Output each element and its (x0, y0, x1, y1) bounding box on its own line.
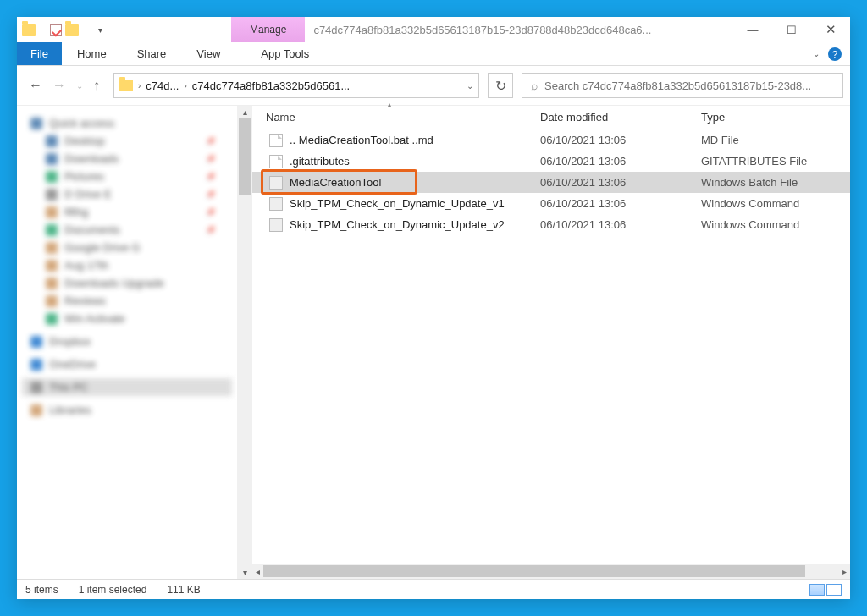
folder-icon (46, 313, 58, 325)
folder-icon (30, 118, 42, 129)
home-tab[interactable]: Home (62, 42, 122, 65)
folder-icon (46, 153, 58, 165)
folder-icon (46, 260, 58, 272)
titlebar: ▾ Manage c74dc774a8fb81a332b5d65613187b1… (17, 17, 850, 42)
sidebar-item[interactable]: Dropbox (22, 333, 232, 350)
details-view-button[interactable] (809, 584, 825, 596)
help-icon[interactable]: ? (828, 47, 842, 61)
up-button[interactable]: ↑ (93, 78, 100, 93)
address-bar[interactable]: › c74d... › c74dc774a8fb81a332b5d6561...… (113, 73, 479, 98)
scroll-right-icon[interactable]: ▸ (839, 567, 850, 576)
sidebar-item[interactable]: Downloads📌 (22, 150, 232, 168)
share-tab[interactable]: Share (122, 42, 182, 65)
sidebar-item[interactable]: This PC (22, 378, 232, 396)
address-dropdown-icon[interactable]: ⌄ (467, 81, 473, 91)
ribbon-expand-icon[interactable]: ⌄ (813, 49, 820, 58)
sidebar-scrollbar[interactable]: ▴ ▾ (237, 106, 252, 579)
file-tab[interactable]: File (17, 42, 62, 65)
file-icon (269, 197, 283, 211)
close-button[interactable]: ✕ (811, 17, 850, 42)
column-header-type[interactable]: Type (701, 111, 850, 124)
file-icon (269, 155, 283, 168)
file-row[interactable]: .gitattributes06/10/2021 13:06GITATTRIBU… (252, 151, 850, 172)
scrollbar-thumb[interactable] (239, 118, 251, 195)
sidebar-item-label: fifthg (64, 206, 88, 218)
forward-button[interactable]: → (52, 78, 66, 93)
manage-context-tab[interactable]: Manage (231, 17, 305, 42)
back-button[interactable]: ← (29, 78, 42, 93)
sidebar-item-label: Google Drive G (64, 241, 141, 254)
history-dropdown-icon[interactable]: ⌄ (76, 81, 83, 91)
column-header-date[interactable]: Date modified (540, 111, 701, 124)
sidebar-item[interactable]: Quick access (22, 114, 232, 132)
sidebar-item-label: D Drive E (64, 188, 112, 201)
folder-icon (46, 171, 58, 183)
window-controls: — ☐ ✕ (733, 17, 850, 42)
sidebar-item[interactable]: Libraries (22, 401, 232, 419)
breadcrumb-segment[interactable]: c74dc774a8fb81a332b5d6561... (192, 80, 351, 92)
sidebar-item-label: Documents (64, 223, 120, 236)
scrollbar-thumb[interactable] (263, 565, 805, 577)
properties-icon[interactable] (50, 24, 62, 36)
folder-icon (46, 189, 58, 201)
horizontal-scrollbar[interactable]: ◂ ▸ (252, 564, 850, 579)
sidebar-item[interactable]: fifthg📌 (22, 203, 232, 221)
file-icon (269, 134, 283, 147)
column-header-name[interactable]: Name (252, 111, 540, 124)
folder-icon (46, 278, 58, 289)
breadcrumb-segment[interactable]: c74d... (146, 80, 179, 92)
folder-icon (119, 80, 133, 91)
sidebar-item[interactable]: Reviews (22, 292, 232, 310)
search-box[interactable]: ⌕ (522, 73, 843, 98)
sidebar-item[interactable]: Documents📌 (22, 221, 232, 239)
maximize-button[interactable]: ☐ (772, 17, 811, 42)
pin-icon: 📌 (206, 173, 215, 181)
folder-icon (46, 295, 58, 307)
pin-icon: 📌 (206, 226, 215, 234)
scroll-down-icon[interactable]: ▾ (243, 568, 247, 577)
qat-dropdown-icon[interactable]: ▾ (93, 25, 108, 35)
folder-icon (30, 359, 42, 371)
sidebar-item[interactable]: Pictures📌 (22, 168, 232, 185)
minimize-button[interactable]: — (733, 17, 772, 42)
search-icon: ⌕ (531, 79, 538, 92)
ribbon-tabs: File Home Share View App Tools ⌄ ? (17, 42, 850, 66)
file-list[interactable]: .. MediaCreationTool.bat ..md06/10/2021 … (252, 129, 850, 564)
file-row[interactable]: .. MediaCreationTool.bat ..md06/10/2021 … (252, 129, 850, 151)
sidebar-item-label: Desktop (64, 135, 105, 147)
navigation-row: ← → ⌄ ↑ › c74d... › c74dc774a8fb81a332b5… (17, 66, 850, 105)
sidebar-item[interactable]: Downloads Upgrade (22, 274, 232, 292)
new-folder-icon[interactable] (65, 24, 79, 36)
large-icons-view-button[interactable] (826, 584, 842, 596)
refresh-button[interactable]: ↻ (488, 73, 513, 98)
nav-arrows: ← → ⌄ ↑ (24, 78, 105, 93)
chevron-right-icon[interactable]: › (138, 81, 141, 91)
file-row[interactable]: Skip_TPM_Check_on_Dynamic_Update_v106/10… (252, 193, 850, 214)
sidebar-item[interactable]: Win Activate (22, 310, 232, 327)
file-date: 06/10/2021 13:06 (540, 134, 701, 146)
sidebar-item[interactable]: OneDrive (22, 355, 232, 373)
view-tab[interactable]: View (181, 42, 235, 65)
pin-icon: 📌 (206, 190, 215, 199)
search-input[interactable] (544, 80, 834, 92)
folder-icon (46, 135, 58, 147)
chevron-right-icon[interactable]: › (184, 81, 186, 91)
file-type: MD File (701, 134, 850, 146)
app-tools-tab[interactable]: App Tools (246, 42, 324, 65)
scroll-up-icon[interactable]: ▴ (243, 107, 247, 117)
folder-icon (22, 24, 36, 36)
sidebar-item-label: Downloads (64, 152, 119, 165)
sidebar-item[interactable]: Google Drive G (22, 239, 232, 256)
file-type: Windows Command (701, 197, 850, 210)
file-row[interactable]: Skip_TPM_Check_on_Dynamic_Update_v206/10… (252, 214, 850, 235)
sidebar-item[interactable]: D Drive E📌 (22, 185, 232, 203)
scroll-left-icon[interactable]: ◂ (252, 567, 263, 576)
sidebar-item[interactable]: Desktop📌 (22, 132, 232, 150)
file-row[interactable]: MediaCreationTool06/10/2021 13:06Windows… (252, 172, 850, 193)
sidebar-item-label: Pictures (64, 170, 104, 183)
column-headers: Name Date modified Type (252, 106, 850, 129)
sidebar-item[interactable]: Aug 17th (22, 256, 232, 274)
folder-icon (46, 224, 58, 236)
navigation-pane[interactable]: Quick accessDesktop📌Downloads📌Pictures📌D… (17, 106, 237, 579)
sidebar-item-label: Aug 17th (64, 259, 108, 272)
